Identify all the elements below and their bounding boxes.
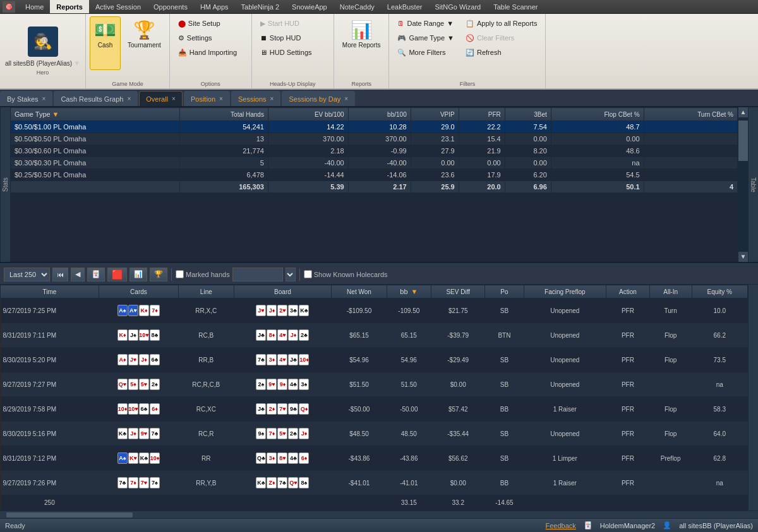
hh-row[interactable]: 9/27/2019 7:26 PM 7♣7♦7♥7♠ RR,Y,B K♣Z♦7♣… (1, 471, 748, 495)
tab-by-stakes-close[interactable]: × (42, 95, 46, 102)
col-flop-cbet[interactable]: Flop CBet % (551, 108, 644, 121)
col-game-type-dropdown[interactable]: ▼ (52, 110, 59, 118)
marked-filter-select[interactable] (286, 268, 296, 281)
hh-col-bb[interactable]: bb ▼ (387, 285, 431, 299)
tab-cash-graph[interactable]: Cash Results Graph × (54, 91, 138, 106)
hh-col-net-won[interactable]: Net Won (332, 285, 387, 299)
more-reports-button[interactable]: 📊 More Reports (338, 16, 385, 70)
scroll-track[interactable] (738, 117, 748, 252)
hh-scrollbar[interactable] (748, 285, 758, 511)
hh-col-time[interactable]: Time (1, 285, 99, 299)
horiz-scroll-lower[interactable] (0, 511, 758, 518)
menu-snowieapp[interactable]: SnowieApp (286, 0, 334, 13)
tab-sessions-by-day[interactable]: Sessions by Day × (282, 91, 355, 106)
range-select[interactable]: Last 250 (4, 268, 50, 281)
stats-cell-turnCBet (644, 157, 737, 169)
hh-row[interactable]: 9/27/2019 7:25 PM A♠A♥K♦7♦ RR,X,C J♥J♦2♥… (1, 299, 748, 323)
stats-side-label[interactable]: Stats (0, 107, 10, 262)
menu-tablescanner[interactable]: Table Scanner (487, 0, 544, 13)
hero-dropdown[interactable]: all sitesBB (PlayerAlias) ▼ (5, 59, 80, 67)
hh-col-action[interactable]: Action (606, 285, 650, 299)
marked-hands-checkbox[interactable] (176, 270, 184, 278)
hh-col-equity[interactable]: Equity % (692, 285, 747, 299)
menu-reports[interactable]: Reports (50, 0, 89, 13)
more-filters-button[interactable]: 🔍 More Filters (393, 45, 459, 59)
menu-sitngo[interactable]: SitNGo Wizard (428, 0, 487, 13)
settings-button[interactable]: ⚙ Settings (174, 31, 241, 45)
site-setup-button[interactable]: ⬤ Site Setup (174, 16, 241, 30)
apply-to-all-button[interactable]: 📋 Apply to all Reports (461, 16, 541, 30)
trophy-btn[interactable]: 🏆 (150, 268, 167, 281)
skip-start-btn[interactable]: ⏮ (52, 268, 68, 281)
cash-button[interactable]: 💵 Cash (90, 16, 121, 70)
menu-active-session[interactable]: Active Session (89, 0, 147, 13)
table-side-label[interactable]: Table (748, 107, 758, 262)
col-game-type[interactable]: Game Type ▼ (11, 108, 180, 121)
hh-col-po[interactable]: Po (485, 285, 524, 299)
chart-btn[interactable]: 📊 (129, 268, 147, 281)
scroll-down-btn[interactable]: ▼ (738, 252, 749, 262)
hand-viewer-btn[interactable]: 🃏 (87, 268, 105, 281)
hh-col-board[interactable]: Board (234, 285, 332, 299)
hh-col-allin[interactable]: All-In (649, 285, 692, 299)
menu-home[interactable]: Home (19, 0, 50, 13)
col-ev-bb[interactable]: EV bb/100 (268, 108, 348, 121)
hh-row[interactable]: 9/27/2019 7:27 PM Q♥5♦5♥2♠ RC,R,C,B 2♠9♥… (1, 372, 748, 397)
tab-overall-close[interactable]: × (172, 95, 176, 102)
tournament-button[interactable]: 🏆 Tournament (123, 16, 165, 70)
feedback-link[interactable]: Feedback (545, 522, 575, 529)
tab-sessions[interactable]: Sessions × (231, 91, 280, 106)
hh-total-action (649, 495, 692, 511)
menu-notecaddy[interactable]: NoteCaddy (334, 0, 381, 13)
hud-settings-button[interactable]: 🖥 HUD Settings (256, 45, 316, 59)
col-turn-cbet[interactable]: Turn CBet % (644, 108, 737, 121)
start-hud-button[interactable]: ▶ Start HUD (256, 16, 316, 30)
scroll-up-btn[interactable]: ▲ (738, 107, 749, 117)
hh-row[interactable]: 8/30/2019 5:16 PM K♣J♦9♥7♣ RC,R 9♠7♦5♥2♣… (1, 422, 748, 446)
hh-row[interactable]: 8/31/2019 7:12 PM A♠K♥K♣10♦ RR Q♣3♦8♥4♣6… (1, 446, 748, 471)
date-range-button[interactable]: 🗓 Date Range ▼ (393, 16, 459, 30)
hh-col-line[interactable]: Line (179, 285, 234, 299)
stats-row[interactable]: $0.50/$1.00 PL Omaha 54,241 14.22 10.28 … (11, 121, 738, 133)
tab-position[interactable]: Position × (184, 91, 230, 106)
menu-hm-apps[interactable]: HM Apps (194, 0, 235, 13)
hh-row[interactable]: 8/29/2019 7:58 PM 10♦10♥6♣6♦ RC,XC J♣2♦7… (1, 397, 748, 422)
tab-sessions-by-day-close[interactable]: × (344, 95, 348, 102)
col-vpip[interactable]: VPIP (411, 108, 459, 121)
marked-hands-check[interactable]: Marked hands (176, 270, 230, 278)
tournament-label: Tournament (128, 42, 161, 49)
hh-col-sev[interactable]: SEV Diff (431, 285, 485, 299)
col-bb100[interactable]: bb/100 (348, 108, 411, 121)
hh-row[interactable]: 8/31/2019 7:11 PM K♦J♠10♥8♣ RC,B J♣8♦4♥J… (1, 323, 748, 348)
color-btn[interactable]: 🟥 (107, 268, 127, 281)
tab-overall[interactable]: Overall × (139, 91, 183, 106)
col-pfr[interactable]: PFR (459, 108, 505, 121)
hh-row[interactable]: 8/30/2019 5:20 PM A♦J♥J♦6♣ RR,B 7♣3♦4♥J♣… (1, 348, 748, 372)
menu-leakbuster[interactable]: LeakBuster (381, 0, 429, 13)
stats-row[interactable]: $0.50/$0.50 PL Omaha 13 370.00 370.00 23… (11, 133, 738, 145)
menu-tablninja[interactable]: TableNinja 2 (235, 0, 286, 13)
prev-btn[interactable]: ◀ (71, 268, 85, 281)
clear-filters-button[interactable]: 🚫 Clear Filters (461, 31, 541, 45)
game-type-button[interactable]: 🎮 Game Type ▼ (393, 31, 459, 45)
stats-row[interactable]: 165,303 5.39 2.17 25.9 20.0 6.96 50.1 4 (11, 181, 738, 193)
col-3bet[interactable]: 3Bet (505, 108, 551, 121)
show-known-checkbox[interactable] (304, 270, 312, 278)
stats-row[interactable]: $0.30/$0.30 PL Omaha 5 -40.00 -40.00 0.0… (11, 157, 738, 169)
hh-col-cards[interactable]: Cards (99, 285, 178, 299)
tab-cash-graph-close[interactable]: × (127, 95, 131, 102)
col-total-hands[interactable]: Total Hands (180, 108, 268, 121)
tab-sessions-close[interactable]: × (270, 95, 274, 102)
tab-position-close[interactable]: × (219, 95, 223, 102)
stats-row[interactable]: $0.25/$0.50 PL Omaha 6,478 -14.44 -14.06… (11, 169, 738, 181)
stop-hud-button[interactable]: ⏹ Stop HUD (256, 31, 316, 45)
hh-col-facing[interactable]: Facing Preflop (524, 285, 606, 299)
menu-opponents[interactable]: Opponents (147, 0, 194, 13)
marked-hands-input[interactable] (232, 268, 283, 281)
stats-scrollbar[interactable]: ▲ ▼ (738, 107, 748, 262)
show-known-check[interactable]: Show Known Holecards (304, 270, 388, 278)
tab-by-stakes[interactable]: By Stakes × (0, 91, 52, 106)
hand-importing-button[interactable]: 📥 Hand Importing (174, 45, 241, 59)
stats-row[interactable]: $0.30/$0.60 PL Omaha 21,774 2.18 -0.99 2… (11, 145, 738, 157)
refresh-button[interactable]: 🔄 Refresh (461, 45, 541, 59)
